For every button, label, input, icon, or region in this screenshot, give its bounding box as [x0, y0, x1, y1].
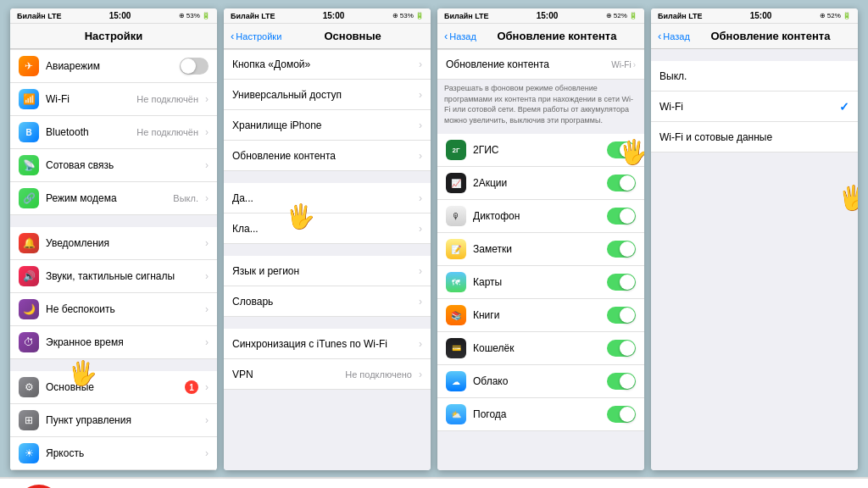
time-1: 15:00 [109, 11, 131, 20]
option-off[interactable]: Выкл. [651, 61, 858, 92]
chevron-icon: › [419, 89, 422, 101]
list-item[interactable]: 💳 Кошелёк [437, 332, 644, 365]
sound-icon: 🔊 [19, 266, 39, 286]
carrier-2: Билайн LTE [231, 12, 275, 20]
item-label: Хранилище iPhone [232, 119, 412, 131]
list-item[interactable]: ✈ Авиарежим [10, 49, 217, 83]
wifi-icon: 📶 [19, 89, 39, 109]
chevron-icon: › [205, 192, 209, 204]
option-wifi[interactable]: Wi-Fi ✓ [651, 92, 858, 122]
item-label: VPN [232, 369, 338, 380]
status-bar-3: Билайн LTE 15:00 ⊕ 52% 🔋 [437, 8, 644, 24]
list-item[interactable]: 📝 Заметки [437, 233, 644, 266]
logo-icon: G [17, 485, 61, 488]
list-item[interactable]: 🔊 Звуки, тактильные сигналы › [10, 260, 217, 293]
item-label: Книги [473, 309, 600, 321]
list-item[interactable]: ⏱ Экранное время › [10, 326, 217, 359]
list-item[interactable]: 🔔 Уведомления › [10, 227, 217, 260]
settings-list-2: Кнопка «Домой» › Универсальный доступ › … [224, 49, 431, 470]
back-button-4[interactable]: ‹ Назад [658, 30, 690, 42]
list-item[interactable]: Обновление контента › [224, 141, 431, 171]
list-item[interactable]: Кнопка «Домой» › [224, 49, 431, 80]
list-item[interactable]: Кла... › [224, 214, 431, 244]
list-item[interactable]: Синхронизация с iTunes по Wi-Fi › [224, 329, 431, 359]
app-toggle[interactable] [607, 307, 636, 324]
list-item[interactable]: Язык и регион › [224, 256, 431, 286]
screen3-title: Обновление контента [476, 30, 637, 42]
list-item[interactable]: 📈 2Акции [437, 167, 644, 200]
back-arrow-icon: ‹ [658, 30, 661, 42]
app-toggle[interactable] [607, 241, 636, 258]
item-value: Не подключено [345, 369, 412, 380]
list-item[interactable]: ⚙ Основные 1 › [10, 371, 217, 404]
app-wallet-icon: 💳 [446, 338, 466, 358]
item-label: Сотовая связь [46, 159, 198, 171]
list-item[interactable]: VPN Не подключено › [224, 359, 431, 390]
nav-bar-4: ‹ Назад Обновление контента [651, 24, 858, 49]
settings-list-4: Выкл. Wi-Fi ✓ Wi-Fi и сотовые данные [651, 49, 858, 470]
back-arrow-icon: ‹ [444, 30, 448, 42]
back-button-2[interactable]: ‹ Настройки [231, 30, 281, 42]
settings-list-1: ✈ Авиарежим 📶 Wi-Fi Не подключён › B Blu… [10, 49, 217, 470]
app-toggle[interactable] [607, 208, 636, 225]
item-label: Режим модема [46, 192, 166, 204]
cell-icon: 📡 [19, 155, 39, 175]
chevron-icon: › [419, 296, 422, 308]
notify-icon: 🔔 [19, 233, 39, 253]
dnd-icon: 🌙 [19, 299, 39, 319]
settings-list-3: Обновление контента Wi-Fi › Разрешать в … [437, 49, 644, 470]
list-item[interactable]: Обновление контента Wi-Fi › [437, 49, 644, 80]
bt-icon: B [19, 122, 39, 142]
airplane-toggle[interactable] [180, 58, 209, 75]
back-label-4: Назад [663, 31, 690, 42]
desc-text: Разрешать в фоновом режиме обновление пр… [437, 80, 644, 130]
list-item[interactable]: Словарь › [224, 286, 431, 317]
back-button-3[interactable]: ‹ Назад [444, 30, 476, 42]
list-item[interactable]: B Bluetooth Не подключён › [10, 116, 217, 149]
list-item[interactable]: 🌙 Не беспокоить › [10, 293, 217, 326]
item-label: Обновление контента [232, 150, 412, 162]
item-label: Звуки, тактильные сигналы [46, 270, 198, 282]
app-toggle[interactable] [607, 373, 636, 390]
list-item[interactable]: 🗺 Карты [437, 266, 644, 299]
app-weather-icon: ⛅ [446, 404, 466, 424]
status-bar-4: Билайн LTE 15:00 ⊕ 52% 🔋 [651, 8, 858, 24]
item-label: Основные [46, 381, 178, 393]
list-item[interactable]: 🎙 Диктофон [437, 200, 644, 233]
list-item[interactable]: 📡 Сотовая связь › [10, 149, 217, 182]
screentime-icon: ⏱ [19, 332, 39, 352]
time-2: 15:00 [323, 11, 345, 20]
list-item[interactable]: ☀ Яркость › [10, 437, 217, 470]
list-item[interactable]: ☁ Облако [437, 365, 644, 398]
item-label: Не беспокоить [46, 303, 198, 315]
phone-screen-4: Билайн LTE 15:00 ⊕ 52% 🔋 ‹ Назад Обновле… [651, 8, 858, 470]
list-item[interactable]: Универсальный доступ › [224, 80, 431, 110]
chevron-icon: › [419, 265, 422, 277]
app-toggle[interactable] [607, 175, 636, 191]
list-item[interactable]: Да... › [224, 183, 431, 214]
chevron-icon: › [419, 338, 422, 350]
list-item[interactable]: 📶 Wi-Fi Не подключён › [10, 83, 217, 116]
option-wifi-cellular[interactable]: Wi-Fi и сотовые данные [651, 122, 858, 152]
nav-bar-1: Настройки [10, 24, 217, 49]
list-item[interactable]: 🔗 Режим модема Выкл. › [10, 182, 217, 215]
list-item[interactable]: ⊞ Пункт управления › [10, 404, 217, 437]
app-toggle[interactable] [607, 340, 636, 357]
chevron-icon: › [205, 381, 209, 393]
chevron-icon: › [205, 303, 209, 315]
item-label: Уведомления [46, 237, 198, 249]
app-toggle[interactable] [607, 274, 636, 291]
list-item[interactable]: 📚 Книги [437, 299, 644, 332]
item-label: Кла... [232, 223, 412, 235]
option-label: Выкл. [659, 70, 849, 82]
app-toggle[interactable] [607, 406, 636, 423]
list-item[interactable]: ⛅ Погода [437, 398, 644, 431]
app-toggle[interactable] [607, 141, 636, 158]
list-item[interactable]: Хранилище iPhone › [224, 110, 431, 141]
item-value: Не подключён [136, 94, 198, 104]
battery-1: ⊕ 53% 🔋 [179, 12, 210, 19]
carrier-4: Билайн LTE [658, 12, 703, 20]
carrier-1: Билайн LTE [17, 12, 62, 20]
screen4-title: Обновление контента [690, 30, 851, 42]
list-item[interactable]: 2Г 2ГИС [437, 134, 644, 167]
